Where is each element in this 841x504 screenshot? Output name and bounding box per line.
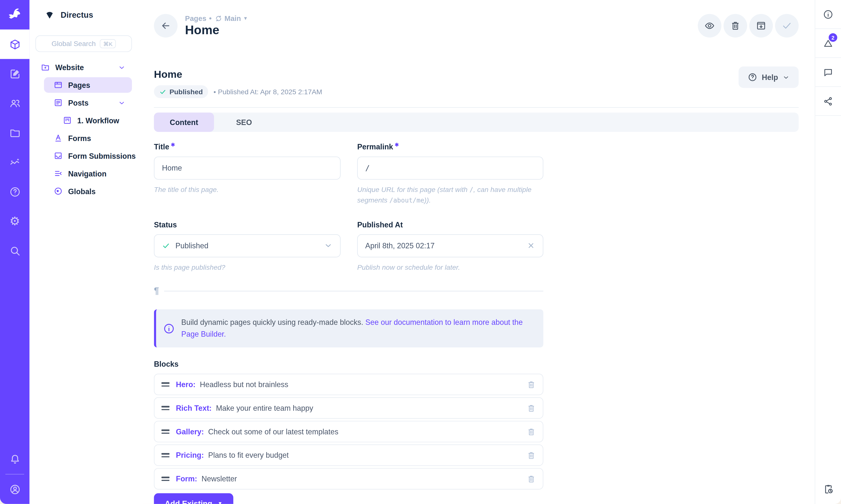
sidebar-item-navigation[interactable]: Navigation	[30, 166, 132, 181]
people-icon	[9, 97, 21, 109]
drag-handle-icon[interactable]	[161, 453, 169, 457]
status-value: Published	[175, 241, 208, 250]
trash-icon	[730, 20, 741, 31]
sidebar-info-button[interactable]	[815, 0, 841, 29]
check-icon	[159, 88, 166, 95]
sidebar-flows-button[interactable]	[815, 474, 841, 504]
published-at-note: Publish now or schedule for later.	[357, 262, 543, 273]
drag-handle-icon[interactable]	[161, 477, 169, 481]
block-type-label[interactable]: Hero:	[176, 380, 196, 389]
title-input[interactable]: Home	[154, 156, 340, 179]
delete-block-button[interactable]	[526, 474, 536, 484]
sidebar-item-workflow[interactable]: 1. Workflow	[30, 112, 132, 128]
insights-icon	[9, 156, 21, 168]
info-icon	[163, 323, 175, 335]
block-row: Pricing:Plans to fit every budget	[154, 445, 543, 466]
archive-icon	[756, 20, 767, 31]
page-builder-notice: Build dynamic pages quickly using ready-…	[154, 309, 543, 347]
sidebar-item-label: Pages	[68, 81, 90, 89]
add-existing-caret-icon: ▼	[218, 501, 222, 504]
sidebar-item-label: Navigation	[68, 169, 107, 178]
gear-icon: ⚙	[10, 215, 20, 227]
block-type-label[interactable]: Rich Text:	[176, 404, 212, 412]
chevron-down-icon	[782, 74, 789, 81]
tab-seo[interactable]: SEO	[214, 112, 274, 132]
status-select[interactable]: Published	[154, 234, 340, 257]
module-account[interactable]	[0, 474, 30, 504]
clear-date-button[interactable]	[526, 241, 535, 250]
sidebar-item-posts[interactable]: Posts	[30, 95, 132, 110]
back-button[interactable]	[154, 14, 178, 38]
block-type-label[interactable]: Gallery:	[176, 428, 204, 436]
project-switcher[interactable]: Directus	[30, 0, 143, 30]
published-at-input[interactable]: April 8th, 2025 02:17	[357, 234, 543, 257]
module-insights[interactable]	[0, 147, 30, 177]
block-type-label[interactable]: Pricing:	[176, 451, 204, 460]
permalink-note-text: )).	[424, 196, 431, 204]
chevron-down-icon[interactable]	[118, 64, 126, 71]
tab-content[interactable]: Content	[154, 112, 214, 132]
check-icon	[162, 242, 170, 250]
sidebar-item-website[interactable]: Website	[30, 59, 132, 75]
block-type-label[interactable]: Form:	[176, 475, 197, 483]
help-button[interactable]: Help	[738, 67, 799, 88]
drag-handle-icon[interactable]	[161, 382, 169, 386]
block-title: Plans to fit every budget	[208, 451, 289, 460]
module-content[interactable]	[0, 30, 30, 59]
sidebar-item-forms[interactable]: Forms	[30, 130, 132, 146]
content-heading: Home	[154, 69, 799, 80]
sidebar-share-button[interactable]	[815, 87, 841, 116]
permalink-note-mono: /	[469, 186, 473, 194]
breadcrumb-collection[interactable]: Pages	[185, 14, 207, 22]
account-icon	[9, 483, 21, 495]
drag-handle-icon[interactable]	[161, 406, 169, 410]
block-row: Rich Text:Make your entire team happy	[154, 397, 543, 419]
blocks-label: Blocks	[154, 360, 799, 368]
module-bar: ⚙	[0, 0, 30, 504]
divider-line	[164, 291, 543, 292]
preview-button[interactable]	[698, 14, 721, 38]
edit-icon	[9, 68, 21, 80]
sidebar-revisions-button[interactable]: 2	[815, 29, 841, 58]
block-row: Hero:Headless but not brainless	[154, 374, 543, 395]
field-title-label: Title✱	[154, 142, 340, 151]
sidebar-item-globals[interactable]: Globals	[30, 183, 132, 199]
section-divider	[154, 107, 799, 108]
header-actions	[698, 14, 799, 38]
delete-block-button[interactable]	[526, 427, 536, 436]
right-sidebar: 2	[815, 0, 841, 504]
sidebar-item-pages[interactable]: Pages	[44, 77, 132, 93]
directus-logo[interactable]	[0, 0, 30, 30]
title-value: Home	[162, 164, 182, 172]
module-search[interactable]	[0, 236, 30, 266]
comment-icon	[823, 67, 834, 77]
sidebar-item-form-submissions[interactable]: Form Submissions	[30, 148, 132, 163]
delete-block-button[interactable]	[526, 403, 536, 413]
page-title: Home	[185, 23, 248, 37]
global-search-input[interactable]: Global Search ⌘K	[35, 35, 132, 52]
field-published-at: Published At April 8th, 2025 02:17 Publi…	[357, 220, 543, 273]
archive-button[interactable]	[749, 14, 773, 38]
chevron-down-icon[interactable]	[118, 99, 126, 107]
version-dropdown[interactable]: Main ▼	[214, 14, 248, 22]
select-chevron-icon[interactable]	[324, 241, 333, 250]
module-notifications[interactable]	[0, 445, 30, 474]
page-header: Pages • Main ▼ Home	[143, 0, 815, 51]
permalink-input[interactable]: /	[357, 156, 543, 179]
app-window: ⚙ Directus Global Search ⌘K WebsitePages…	[0, 0, 841, 504]
module-users[interactable]	[0, 88, 30, 118]
sidebar-comments-button[interactable]	[815, 58, 841, 87]
info-icon	[823, 9, 834, 20]
delete-block-button[interactable]	[526, 451, 536, 460]
module-files[interactable]	[0, 118, 30, 147]
required-star: ✱	[395, 142, 398, 147]
save-button[interactable]	[775, 14, 799, 38]
module-editor[interactable]	[0, 59, 30, 89]
add-existing-button[interactable]: Add Existing ▼	[154, 493, 233, 504]
module-docs[interactable]	[0, 177, 30, 206]
module-settings[interactable]: ⚙	[0, 206, 30, 236]
block-row: Form:Newsletter	[154, 468, 543, 490]
delete-block-button[interactable]	[526, 380, 536, 389]
delete-button[interactable]	[723, 14, 747, 38]
drag-handle-icon[interactable]	[161, 430, 169, 434]
